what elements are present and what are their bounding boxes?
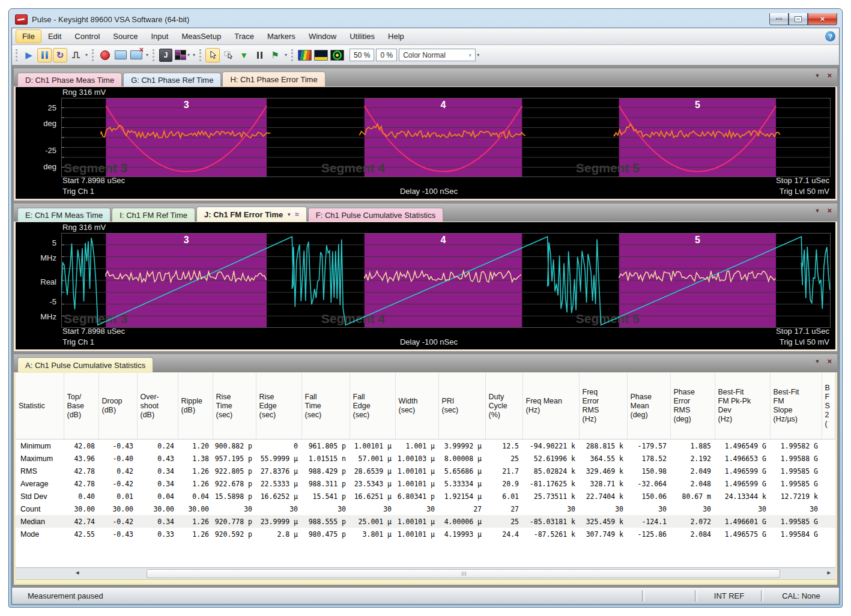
stat-cell: 30 (256, 503, 301, 515)
menu-item-file[interactable]: File (16, 29, 41, 43)
toolbar: ▶ ↻ ▾ ▾ J ▾ ▾ (12, 45, 839, 65)
zoom-pointer-button[interactable] (221, 48, 235, 62)
horizontal-scrollbar[interactable]: ◂ ▸ (16, 567, 835, 579)
stat-cell: 0.24 (137, 439, 178, 453)
stat-cell: 30 (395, 503, 438, 515)
reference-level-field[interactable]: 50 % (350, 49, 374, 61)
menu-item-trace[interactable]: Trace (228, 29, 261, 43)
panel-menu-icon[interactable]: ▼ (814, 208, 820, 214)
trace-select-button[interactable]: J (159, 48, 173, 62)
spectrum-icon (314, 50, 328, 61)
toolbar-overflow-icon[interactable]: ▾ (85, 52, 88, 58)
menu-item-utilities[interactable]: Utilities (343, 29, 381, 43)
tab-d[interactable]: D: Ch1 Phase Meas Time (17, 73, 122, 86)
stat-cell: 1.99584 G (770, 528, 822, 540)
pause-button[interactable] (37, 48, 52, 62)
stat-cell: 25.73511 k (522, 490, 579, 503)
stat-cell: 1.00101 µ (350, 439, 395, 453)
tab-i[interactable]: I: Ch1 FM Ref Time (112, 208, 195, 222)
trigger-level-field[interactable]: 0 % (376, 49, 397, 61)
restart-button[interactable]: ▶ (22, 48, 36, 62)
minimize-button[interactable] (769, 13, 789, 25)
menu-item-meassetup[interactable]: MeasSetup (175, 29, 228, 43)
row-label: RMS (16, 465, 64, 477)
phase-plot-area[interactable]: Segment 3Segment 4Segment 5345 (61, 98, 831, 177)
stat-cell: -179.57 (627, 439, 670, 453)
toolbar-overflow-icon[interactable]: ▾ (477, 52, 479, 58)
tab-j[interactable]: J: Ch1 FM Error Time▼≈ (196, 207, 307, 222)
phase-chart[interactable]: Rng 316 mV 25deg-25deg Segment 3Segment … (14, 86, 837, 201)
tab-f[interactable]: F: Ch1 Pulse Cumulative Statistics (308, 208, 443, 222)
menu-item-input[interactable]: Input (144, 29, 175, 43)
toolbar-overflow-icon[interactable]: ▾ (285, 52, 287, 58)
tab-a[interactable]: A: Ch1 Pulse Cumulative Statistics (17, 357, 153, 372)
pointer-box-icon (224, 51, 233, 59)
single-sweep-button[interactable] (68, 48, 83, 62)
tab-dropdown-icon[interactable]: ▼ (286, 212, 291, 217)
menu-item-control[interactable]: Control (68, 29, 106, 43)
delete-image-button[interactable] (129, 48, 144, 62)
stat-cell: 30 (301, 503, 350, 515)
trig-label: Trig Ch 1 (62, 337, 94, 346)
title-bar[interactable]: Pulse - Keysight 89600 VSA Software (64-… (11, 9, 840, 28)
copy-screen-button[interactable] (114, 48, 128, 62)
panel-close-icon[interactable]: × (827, 208, 832, 214)
toolbar-group-handle[interactable] (199, 49, 201, 61)
scrollbar-thumb[interactable] (147, 569, 780, 578)
svg-text:Segment 3: Segment 3 (64, 312, 127, 325)
tab-h[interactable]: H: Ch1 Phase Error Time (222, 71, 325, 86)
toolbar-overflow-icon[interactable]: ▾ (146, 52, 148, 58)
maximize-button[interactable] (789, 13, 808, 25)
panel-close-icon[interactable]: × (827, 358, 832, 364)
stat-cell: 922.678 p (213, 477, 256, 490)
scroll-right-icon[interactable]: ▸ (827, 569, 831, 576)
stat-cell: 957.195 p (213, 452, 256, 465)
marker-couple-button[interactable] (252, 48, 267, 62)
stat-cell: 30 (522, 503, 579, 515)
toolbar-group-handle[interactable] (153, 49, 154, 61)
stat-cell: 42.55 (64, 528, 98, 540)
panel-menu-icon[interactable]: ▼ (814, 73, 820, 79)
panel-menu-icon[interactable]: ▼ (814, 358, 820, 364)
record-button[interactable] (98, 48, 112, 62)
fm-chart[interactable]: Rng 316 mV 5MHzReal-5MHz Segment 3Segmen… (14, 222, 837, 351)
chevron-down-icon: ▾ (469, 52, 472, 58)
menu-item-edit[interactable]: Edit (41, 29, 68, 43)
toolbar-overflow-icon[interactable]: ▾ (193, 52, 195, 58)
spectrogram-button[interactable] (297, 48, 312, 62)
panel-close-icon[interactable]: × (827, 73, 832, 79)
marker-flag-button[interactable]: ⚑ (268, 48, 282, 62)
toolbar-group-handle[interactable] (16, 49, 17, 61)
menu-item-window[interactable]: Window (302, 29, 343, 43)
menu-item-markers[interactable]: Markers (261, 29, 302, 43)
constellation-display-button[interactable] (330, 48, 345, 62)
layout-button[interactable]: ▾ (174, 48, 190, 62)
close-button[interactable]: × (808, 13, 837, 25)
color-mode-value: Color Normal (403, 51, 446, 59)
scrollbar-grip (464, 572, 464, 576)
stat-cell: 30 (350, 503, 395, 515)
fm-plot-area[interactable]: Segment 3Segment 4Segment 5345 (61, 233, 831, 328)
stat-cell: 24.4 (485, 528, 522, 540)
scroll-left-icon[interactable]: ◂ (76, 569, 79, 576)
tab-g[interactable]: G: Ch1 Phase Ref Time (123, 73, 221, 86)
stat-cell: 900.882 p (213, 439, 256, 453)
menu-item-source[interactable]: Source (106, 29, 144, 43)
help-icon[interactable]: ? (825, 31, 835, 41)
table-row: Std Dev0.400.010.040.0415.5898 p16.6252 … (16, 490, 835, 503)
marker-to-peak-button[interactable]: ▼ (237, 48, 251, 62)
stat-cell: 920.778 p (213, 515, 256, 528)
stat-cell: 3.801 µ (350, 528, 395, 540)
continuous-button[interactable]: ↻ (53, 48, 67, 62)
spectrum-display-button[interactable] (313, 48, 329, 62)
color-mode-select[interactable]: Color Normal▾ (399, 49, 476, 61)
menu-item-help[interactable]: Help (381, 29, 411, 43)
stat-cell: 15.541 p (301, 490, 350, 503)
toolbar-group-handle[interactable] (291, 49, 293, 61)
toolbar-group-handle[interactable] (92, 49, 94, 61)
stat-cell: 8.00008 µ (438, 452, 485, 465)
column-header: Fall Time (sec) (301, 373, 350, 439)
flag-icon: ⚑ (271, 50, 279, 59)
tab-e[interactable]: E: Ch1 FM Meas Time (17, 208, 111, 222)
select-pointer-button[interactable] (205, 48, 220, 62)
